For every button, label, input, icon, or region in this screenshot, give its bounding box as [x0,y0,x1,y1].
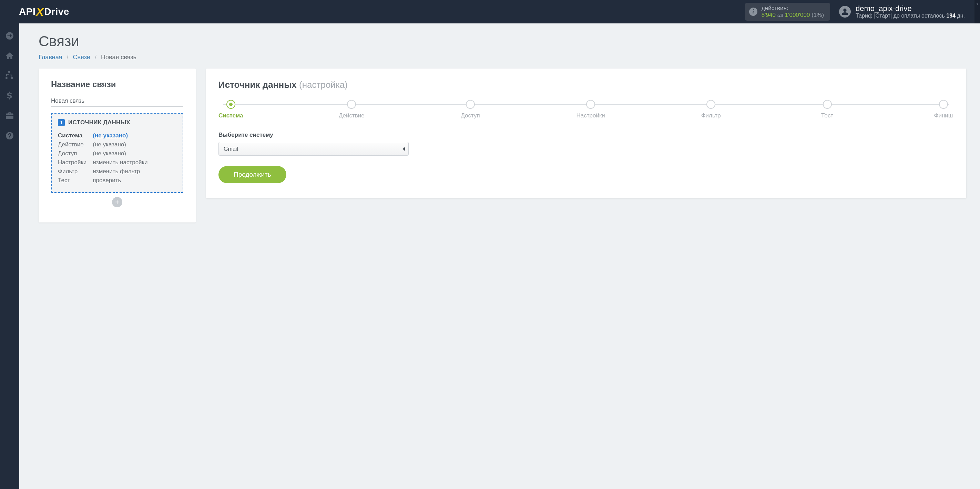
step-тест[interactable]: Тест [817,100,838,119]
source-row-value[interactable]: проверить [93,177,148,184]
step-dot [586,100,595,109]
nav-billing-icon[interactable] [0,87,19,105]
step-label: Финиш [934,112,953,119]
actions-iz: из [777,12,783,18]
step-dot [823,100,832,109]
data-source-box: 1 ИСТОЧНИК ДАННЫХ Система(не указано)Дей… [51,113,183,193]
step-label: Настройки [576,112,605,119]
add-destination-button[interactable]: + [112,197,123,207]
source-row-2: Доступ(не указано) [58,150,148,157]
step-dot [347,100,356,109]
source-row-3: Настройкиизменить настройки [58,159,148,166]
source-row-key: Настройки [58,159,93,166]
setup-stepper: СистемаДействиеДоступНастройкиФильтрТест… [218,100,954,119]
nav-enter-icon[interactable] [0,27,19,45]
page-title: Связи [38,33,966,49]
actions-max: 1'000'000 [785,12,810,18]
step-доступ[interactable]: Доступ [460,100,481,119]
left-nav [0,24,19,489]
nav-home-icon[interactable] [0,47,19,65]
topbar-caret[interactable]: ▾ [975,0,980,24]
source-row-key: Доступ [58,150,93,157]
step-label: Фильтр [701,112,721,119]
source-badge: 1 [58,119,65,126]
step-label: Действие [339,112,364,119]
nav-briefcase-icon[interactable] [0,107,19,125]
main-content: Связи Главная / Связи / Новая связь Назв… [19,24,980,489]
step-система[interactable]: Система [218,100,243,119]
step-финиш[interactable]: Финиш [933,100,954,119]
step-dot [939,100,948,109]
step-label: Доступ [461,112,480,119]
user-menu[interactable]: demo_apix-drive Тариф |Старт| до оплаты … [835,0,975,24]
breadcrumb: Главная / Связи / Новая связь [38,54,966,61]
source-row-0: Система(не указано) [58,132,148,139]
actions-counter[interactable]: i действия: 8'940 из 1'000'000 (1%) [745,3,830,21]
user-name: demo_apix-drive [856,5,965,13]
brand-drive: Drive [44,6,69,17]
source-box-title: ИСТОЧНИК ДАННЫХ [68,119,130,126]
breadcrumb-home[interactable]: Главная [38,54,62,60]
topbar: API X Drive i действия: 8'940 из 1'000'0… [0,0,980,24]
step-label: Тест [821,112,833,119]
step-dot [226,100,235,109]
source-row-5: Тестпроверить [58,177,148,184]
data-source-setup-card: Источник данных (настройка) СистемаДейст… [206,68,966,198]
step-действие[interactable]: Действие [339,100,364,119]
actions-pct: (1%) [811,12,824,18]
source-row-value[interactable]: (не указано) [93,132,148,139]
step-dot [706,100,715,109]
select-system-label: Выберите систему [218,132,954,138]
breadcrumb-links[interactable]: Связи [73,54,90,60]
system-select[interactable]: Gmail [218,142,409,156]
source-row-1: Действие(не указано) [58,141,148,148]
continue-button[interactable]: Продолжить [218,166,286,183]
source-row-value[interactable]: (не указано) [93,150,148,157]
step-настройки[interactable]: Настройки [576,100,605,119]
nav-help-icon[interactable] [0,127,19,144]
step-label: Система [218,112,243,119]
brand-x: X [36,5,44,19]
source-row-key: Фильтр [58,168,93,175]
step-фильтр[interactable]: Фильтр [700,100,721,119]
actions-current: 8'940 [762,12,776,18]
step-dot [466,100,475,109]
brand-logo[interactable]: API X Drive [19,5,69,19]
source-row-value[interactable]: изменить фильтр [93,168,148,175]
source-row-key: Действие [58,141,93,148]
source-row-key: Система [58,132,93,139]
user-plan: Тариф |Старт| до оплаты осталось 194 дн. [856,13,965,19]
breadcrumb-current: Новая связь [101,54,137,60]
source-row-4: Фильтризменить фильтр [58,168,148,175]
connection-name-input[interactable] [51,96,183,107]
brand-api: API [19,6,35,17]
data-source-title: Источник данных (настройка) [218,79,954,90]
source-row-value[interactable]: (не указано) [93,141,148,148]
actions-label: действия: [762,5,824,12]
connection-name-card: Название связи 1 ИСТОЧНИК ДАННЫХ Система… [38,68,196,222]
user-avatar-icon [839,6,851,17]
nav-connections-icon[interactable] [0,67,19,85]
source-row-key: Тест [58,177,93,184]
source-row-value[interactable]: изменить настройки [93,159,148,166]
info-icon: i [749,8,757,16]
connection-name-title: Название связи [51,79,183,89]
